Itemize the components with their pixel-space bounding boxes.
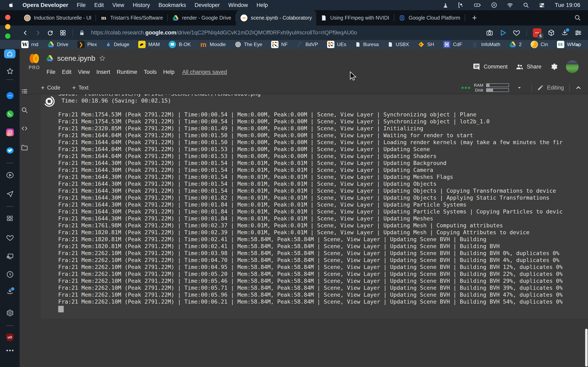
add-text-button[interactable]: +Text	[72, 84, 88, 92]
tab-induction-structurelle[interactable]: Induction Structurelle - UE LU2	[20, 10, 95, 25]
new-tab-button[interactable]: +	[465, 13, 484, 22]
battery-charging-icon[interactable]	[474, 2, 482, 8]
tab-search-icon[interactable]	[574, 14, 581, 21]
favorites-heart-icon[interactable]	[6, 234, 14, 242]
menu-item-developer[interactable]: Developer	[195, 2, 220, 8]
bookmark-sh[interactable]: SH	[418, 41, 434, 48]
cell-output-console[interactable]: Saved: /content/drive/My Drive/--Scene/r…	[41, 94, 588, 319]
downloads-tray-icon[interactable]	[6, 288, 14, 296]
tab-render-google-drive[interactable]: render - Google Drive	[168, 10, 236, 25]
zoom-window-button[interactable]	[5, 33, 10, 39]
screen-capture-status-icon[interactable]	[458, 2, 464, 8]
bookmark-drive[interactable]: Drive	[47, 41, 68, 48]
bookmark-2[interactable]: 2	[509, 41, 521, 48]
menu-item-help[interactable]: Help	[256, 2, 268, 8]
play-circle-status-icon[interactable]	[491, 2, 497, 8]
twitter-icon[interactable]	[6, 147, 14, 154]
bookmark-plex[interactable]: ❯Plex	[77, 41, 97, 48]
star-notebook-icon[interactable]	[99, 55, 105, 62]
bookmark-moodle[interactable]: mMoodle	[200, 41, 226, 48]
files-folder-icon[interactable]	[21, 144, 28, 151]
find-replace-search-icon[interactable]	[21, 106, 28, 114]
back-icon[interactable]	[22, 29, 29, 36]
colab-menu-insert[interactable]: Insert	[96, 69, 110, 75]
menu-item-file[interactable]: File	[77, 2, 86, 8]
control-center-icon[interactable]	[538, 2, 545, 8]
wifi-status-icon[interactable]	[507, 2, 513, 8]
player-play-circle-icon[interactable]	[6, 171, 14, 179]
bookmark-ues[interactable]: UEs	[327, 41, 346, 48]
bookmark-nf[interactable]: NF	[271, 41, 288, 48]
downloads-icon[interactable]	[561, 29, 568, 36]
workspaces-grid-icon[interactable]	[6, 215, 13, 222]
flow-send-icon[interactable]	[499, 29, 507, 36]
spotlight-search-icon[interactable]	[523, 2, 529, 8]
snapshot-camera-icon[interactable]	[486, 29, 493, 36]
tab-google-cloud[interactable]: Google Cloud Platform	[394, 10, 465, 25]
editing-mode-button[interactable]: Editing	[537, 84, 564, 91]
speed-dial-home-button[interactable]	[4, 49, 16, 58]
extensions-cube-icon[interactable]	[548, 29, 555, 36]
menu-item-history[interactable]: History	[133, 2, 150, 8]
tab-scene-ipynb-active[interactable]: ∞ scene.ipynb - Colaboratory	[236, 10, 316, 25]
messenger-icon[interactable]	[6, 92, 14, 100]
minimize-window-button[interactable]	[5, 24, 10, 29]
table-of-contents-icon[interactable]	[21, 88, 28, 95]
menu-app-name[interactable]: Opera Developer	[22, 2, 68, 8]
colab-menu-runtime[interactable]: Runtime	[117, 69, 138, 75]
bookmark-usbx[interactable]: USBX	[388, 41, 409, 48]
autosave-status[interactable]: All changes saved	[182, 69, 227, 75]
share-button[interactable]: Share	[516, 63, 541, 71]
bookmark-bok[interactable]: B-OK	[169, 41, 191, 48]
notebook-title[interactable]: scene.ipynb	[57, 54, 95, 62]
comment-button[interactable]: Comment	[473, 63, 508, 70]
add-code-button[interactable]: +Code	[41, 84, 60, 92]
resources-dropdown-caret[interactable]	[517, 85, 522, 90]
colab-menu-tools[interactable]: Tools	[144, 69, 156, 75]
menu-item-bookmarks[interactable]: Bookmarks	[158, 2, 186, 8]
tab-tristans-files[interactable]: m Tristan's Files/Software	[96, 10, 167, 25]
apple-menu-icon[interactable]	[9, 2, 14, 8]
tab-ffmpeg-nvidia[interactable]: Using FFmpeg with NVIDIA GPU	[316, 10, 394, 25]
speed-dial-grid-icon[interactable]	[60, 30, 66, 36]
whatsapp-icon[interactable]	[6, 110, 14, 118]
bookmark-bdvp[interactable]: BdVP	[297, 41, 318, 48]
bookmark-buresa[interactable]: Buresa	[355, 41, 379, 48]
vlc-status-icon[interactable]	[442, 2, 449, 8]
bookmark-rnd[interactable]: Wrnd	[21, 41, 38, 48]
vertical-scrollbar-thumb[interactable]	[585, 329, 588, 367]
colab-menu-file[interactable]: File	[47, 69, 56, 75]
menu-item-view[interactable]: View	[112, 2, 124, 8]
colab-settings-gear-icon[interactable]	[550, 63, 558, 71]
bookmark-heart-icon[interactable]	[513, 29, 520, 36]
settings-gear-icon[interactable]	[6, 309, 14, 317]
history-clock-icon[interactable]	[6, 271, 14, 278]
reload-icon[interactable]	[47, 30, 53, 36]
video-popout-icon[interactable]	[6, 252, 14, 260]
colab-menu-edit[interactable]: Edit	[62, 69, 72, 75]
ublock-origin-icon[interactable]: uO	[6, 334, 13, 341]
colab-menu-view[interactable]: View	[78, 69, 90, 75]
extension-badge[interactable]: ••• 5	[533, 28, 541, 37]
lock-icon[interactable]	[79, 29, 85, 36]
easy-setup-tune-icon[interactable]	[575, 29, 582, 36]
resources-widget[interactable]: RAMDisk	[461, 83, 526, 92]
menu-item-window[interactable]: Window	[228, 2, 248, 8]
forward-icon[interactable]	[35, 29, 41, 36]
menubar-clock[interactable]: Tue 19:06	[555, 2, 580, 8]
url-text[interactable]: https://colab.research.google.com/drive/…	[91, 30, 480, 36]
bookmark-deluge[interactable]: Deluge	[106, 41, 129, 48]
sidebar-more-button[interactable]: •••	[6, 347, 15, 354]
bookmark-cdf[interactable]: CdF	[443, 41, 462, 48]
bookmark-infomath[interactable]: §InfoMath	[471, 41, 500, 48]
bookmark-mam[interactable]: MAM	[138, 41, 160, 48]
cell-running-spinner-stop-button[interactable]	[43, 95, 55, 107]
bookmarks-star-icon[interactable]	[6, 67, 14, 75]
menu-item-edit[interactable]: Edit	[94, 2, 104, 8]
bookmarks-overflow-chevron[interactable]: »	[576, 41, 579, 48]
colab-menu-help[interactable]: Help	[163, 69, 174, 75]
code-snippets-icon[interactable]	[21, 125, 28, 132]
telegram-plane-icon[interactable]	[6, 190, 14, 198]
collapse-chevron-icon[interactable]	[575, 84, 582, 91]
user-avatar[interactable]	[566, 60, 579, 73]
